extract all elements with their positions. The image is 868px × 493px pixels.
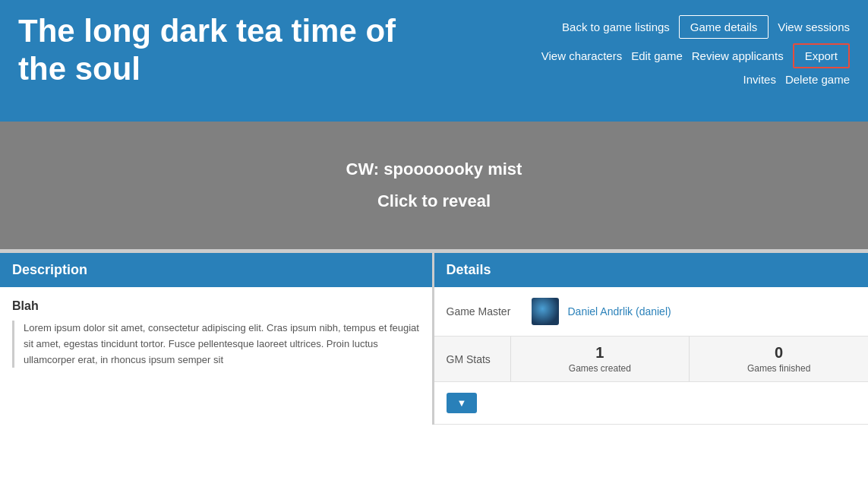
games-finished-label: Games finished [696, 363, 862, 374]
header-navigation: Back to game listings Game details View … [541, 12, 850, 86]
games-finished-number: 0 [696, 344, 862, 362]
gm-name-link[interactable]: Daniel Andrlik (daniel) [568, 305, 671, 318]
games-created-cell: 1 Games created [510, 337, 690, 381]
more-row: ▼ [434, 382, 869, 425]
back-to-game-listings-link[interactable]: Back to game listings [562, 21, 670, 33]
main-content: Description Blah Lorem ipsum dolor sit a… [0, 251, 868, 425]
games-finished-cell: 0 Games finished [689, 337, 868, 381]
title-line1: The long dark tea time of [18, 13, 396, 49]
view-sessions-link[interactable]: View sessions [778, 21, 850, 33]
description-panel-body: Blah Lorem ipsum dolor sit amet, consect… [0, 287, 432, 380]
gm-avatar [532, 298, 559, 325]
games-created-number: 1 [517, 344, 683, 362]
nav-row-1: Back to game listings Game details View … [562, 15, 850, 39]
games-created-label: Games created [517, 363, 683, 374]
cw-banner[interactable]: CW: spooooooky mist Click to reveal [0, 122, 868, 251]
game-master-label: Game Master [447, 305, 522, 318]
export-button[interactable]: Export [793, 43, 850, 68]
edit-game-link[interactable]: Edit game [631, 49, 683, 62]
details-panel-body: Game Master Daniel Andrlik (daniel) GM S… [434, 287, 869, 425]
game-details-button[interactable]: Game details [679, 15, 769, 39]
review-applicants-link[interactable]: Review applicants [692, 49, 784, 62]
details-panel: Details Game Master Daniel Andrlik (dani… [434, 253, 869, 425]
description-panel: Description Blah Lorem ipsum dolor sit a… [0, 253, 434, 425]
cw-text: CW: spooooooky mist [15, 160, 853, 179]
page-title: The long dark tea time of the soul [18, 12, 396, 89]
nav-row-2: View characters Edit game Review applica… [541, 43, 850, 68]
nav-row-3: Invites Delete game [743, 73, 850, 86]
description-subtitle: Blah [12, 299, 420, 313]
cw-reveal-button[interactable]: Click to reveal [15, 191, 853, 211]
details-panel-header: Details [434, 253, 869, 287]
gm-avatar-image [532, 298, 559, 325]
gm-stats-label: GM Stats [434, 337, 510, 381]
gm-stats-row: GM Stats 1 Games created 0 Games finishe… [434, 337, 869, 382]
description-panel-header: Description [0, 253, 432, 287]
view-characters-link[interactable]: View characters [541, 49, 622, 62]
more-button[interactable]: ▼ [447, 393, 478, 413]
gm-stats-data: 1 Games created 0 Games finished [510, 337, 869, 381]
title-line2: the soul [18, 51, 140, 87]
game-master-row: Game Master Daniel Andrlik (daniel) [434, 287, 869, 337]
delete-game-link[interactable]: Delete game [785, 73, 850, 86]
description-body-text: Lorem ipsum dolor sit amet, consectetur … [12, 321, 420, 368]
page-header: The long dark tea time of the soul Back … [0, 0, 868, 122]
invites-link[interactable]: Invites [743, 73, 776, 86]
